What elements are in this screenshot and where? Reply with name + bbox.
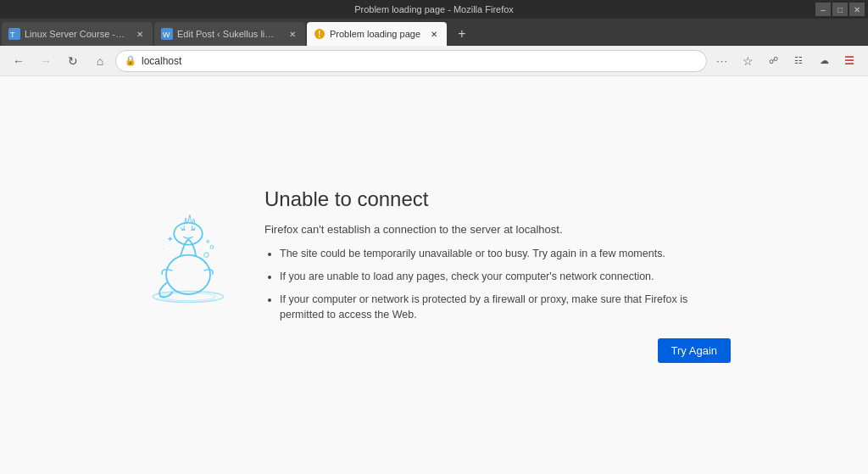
svg-point-8: [166, 255, 210, 294]
tab-label-1: Linux Server Course - Li...: [25, 29, 126, 39]
try-again-button[interactable]: Try Again: [658, 338, 731, 363]
tab-close-3[interactable]: ✕: [428, 28, 440, 40]
svg-text:·: ·: [162, 245, 164, 253]
tab-bar: T Linux Server Course - Li... ✕ W Edit P…: [0, 19, 868, 46]
refresh-button[interactable]: ↻: [61, 49, 85, 73]
minimize-button[interactable]: –: [815, 3, 831, 16]
bookmark-button[interactable]: ☆: [736, 49, 760, 73]
menu-dots-button[interactable]: ···: [710, 49, 734, 73]
tab-label-3: Problem loading page: [330, 29, 420, 39]
error-container: ✦ · Unable to connect Firefox can't esta…: [137, 187, 731, 363]
address-lock-icon: 🔒: [125, 55, 136, 66]
svg-point-9: [174, 223, 202, 245]
svg-point-14: [204, 253, 209, 258]
error-bullet-2: If you are unable to load any pages, che…: [280, 269, 731, 285]
title-bar: Problem loading page - Mozilla Firefox –…: [0, 0, 868, 19]
reader-button[interactable]: ☍: [761, 49, 785, 73]
address-bar[interactable]: 🔒 localhost: [115, 50, 707, 72]
home-button[interactable]: ⌂: [88, 49, 112, 73]
tab-linux-server[interactable]: T Linux Server Course - Li... ✕: [2, 22, 153, 46]
window-title: Problem loading page - Mozilla Firefox: [354, 4, 514, 14]
extensions-button[interactable]: ☰: [837, 49, 861, 73]
error-list: The site could be temporarily unavailabl…: [264, 246, 731, 323]
svg-point-15: [210, 246, 214, 249]
nav-bar: ← → ↻ ⌂ 🔒 localhost ··· ☆ ☍ ☷ ☁ ☰: [0, 46, 868, 76]
close-button[interactable]: ✕: [849, 3, 865, 16]
svg-text:!: !: [318, 30, 320, 39]
error-subtitle: Firefox can't establish a connection to …: [264, 223, 731, 236]
tab-favicon-1: T: [8, 28, 20, 40]
tab-favicon-3: !: [314, 28, 326, 40]
svg-text:W: W: [163, 31, 170, 39]
container-button[interactable]: ☷: [787, 49, 810, 73]
main-content: ✦ · Unable to connect Firefox can't esta…: [0, 76, 868, 474]
svg-text:✦: ✦: [167, 235, 174, 243]
svg-text:T: T: [10, 31, 15, 39]
nav-right-buttons: ··· ☆ ☍ ☷ ☁ ☰: [710, 49, 861, 73]
tab-close-1[interactable]: ✕: [134, 28, 146, 40]
tab-label-2: Edit Post ‹ Sukellus linu...: [177, 29, 279, 39]
svg-point-16: [207, 240, 209, 243]
tab-close-2[interactable]: ✕: [287, 28, 298, 40]
window-controls: – □ ✕: [815, 3, 865, 16]
back-button[interactable]: ←: [7, 49, 31, 73]
sync-button[interactable]: ☁: [812, 49, 836, 73]
dino-illustration: ✦ ·: [137, 187, 239, 306]
dino-svg: ✦ ·: [142, 196, 235, 306]
address-url: localhost: [142, 55, 181, 67]
error-bullet-3: If your computer or network is protected…: [280, 292, 731, 324]
error-bullet-1: The site could be temporarily unavailabl…: [280, 246, 731, 262]
new-tab-button[interactable]: +: [450, 22, 474, 46]
tab-problem-loading[interactable]: ! Problem loading page ✕: [307, 22, 447, 46]
tab-edit-post[interactable]: W Edit Post ‹ Sukellus linu... ✕: [154, 22, 305, 46]
forward-button[interactable]: →: [34, 49, 58, 73]
tab-favicon-2: W: [161, 28, 173, 40]
maximize-button[interactable]: □: [832, 3, 848, 16]
error-text-area: Unable to connect Firefox can't establis…: [264, 187, 731, 363]
error-title: Unable to connect: [264, 187, 731, 211]
